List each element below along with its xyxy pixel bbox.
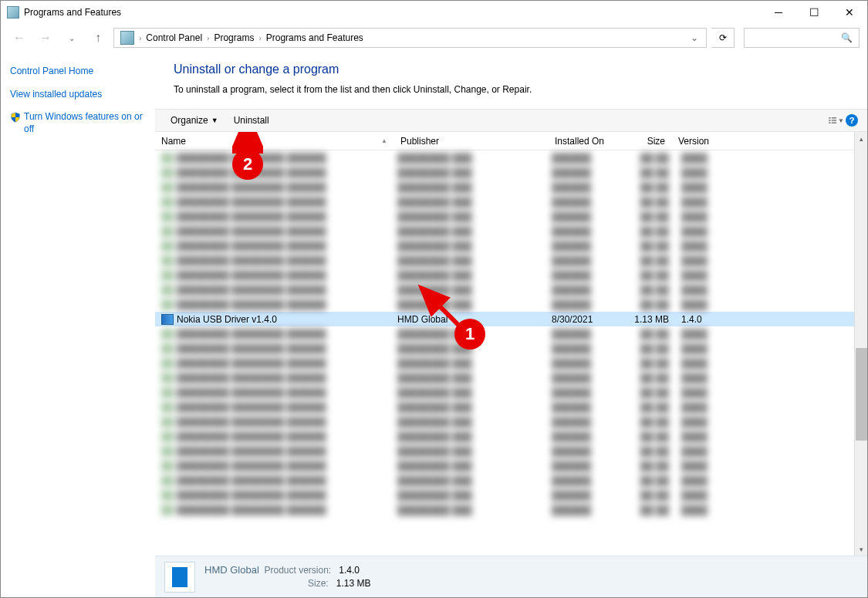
window-title: Programs and Features	[24, 7, 121, 18]
column-size[interactable]: Size	[618, 136, 672, 147]
svg-rect-5	[832, 123, 836, 123]
sidebar: Control Panel Home View installed update…	[1, 52, 155, 597]
details-product-version: 1.4.0	[339, 565, 360, 576]
list-item[interactable]: ████████ ████████ ██████████████ ███████…	[155, 414, 854, 429]
minimize-button[interactable]: ─	[761, 1, 796, 24]
column-headers: Name ▲ Publisher Installed On Size Versi…	[155, 132, 854, 150]
chevron-right-icon: ›	[137, 34, 143, 42]
details-size-label: Size:	[308, 578, 329, 589]
dropdown-icon: ▼	[211, 117, 218, 124]
recent-dropdown[interactable]: ⌄	[61, 27, 83, 49]
list-item[interactable]: ████████ ████████ ██████████████ ███████…	[155, 458, 854, 473]
refresh-button[interactable]: ⟳	[711, 28, 735, 48]
page-description: To uninstall a program, select it from t…	[155, 84, 867, 109]
search-icon: 🔍	[841, 32, 853, 43]
shield-icon	[10, 112, 21, 123]
sidebar-home-link[interactable]: Control Panel Home	[10, 66, 146, 78]
up-button[interactable]: ↑	[87, 27, 109, 49]
chevron-right-icon: ›	[257, 34, 262, 42]
main-content: Uninstall or change a program To uninsta…	[155, 52, 867, 597]
list-item[interactable]: ████████ ████████ ██████████████ ███████…	[155, 400, 854, 414]
vertical-scrollbar[interactable]: ▴ ▾	[854, 132, 867, 556]
back-button[interactable]: ←	[8, 27, 30, 49]
window-titlebar: Programs and Features ─ ☐ ✕	[1, 1, 867, 24]
sidebar-features-link[interactable]: Turn Windows features on or off	[10, 111, 146, 135]
svg-rect-0	[829, 117, 831, 118]
uninstall-button[interactable]: Uninstall	[226, 110, 277, 131]
breadcrumb[interactable]: Programs and Features	[263, 32, 366, 43]
program-size: 1.13 MB	[621, 314, 675, 325]
help-button[interactable]: ?	[844, 113, 860, 128]
list-item[interactable]: ████████ ████████ ██████████████ ███████…	[155, 473, 854, 488]
sidebar-features-label: Turn Windows features on or off	[24, 111, 146, 135]
list-item[interactable]: ████████ ████████ ██████████████ ███████…	[155, 150, 854, 165]
close-button[interactable]: ✕	[832, 1, 867, 24]
details-pane: HMD Global Product version: 1.4.0 Size: …	[155, 556, 867, 597]
forward-button[interactable]: →	[35, 27, 56, 49]
list-item[interactable]: ████████ ████████ ██████████████ ███████…	[155, 326, 854, 341]
list-item[interactable]: ████████ ████████ ██████████████ ███████…	[155, 488, 854, 502]
list-item[interactable]: ████████ ████████ ██████████████ ███████…	[155, 429, 854, 444]
breadcrumb[interactable]: Control Panel	[143, 32, 205, 43]
scroll-up-icon[interactable]: ▴	[855, 132, 867, 145]
program-version: 1.4.0	[675, 314, 854, 325]
search-input[interactable]: 🔍	[744, 28, 860, 48]
list-item[interactable]: ████████ ████████ ██████████████ ███████…	[155, 165, 854, 180]
svg-rect-4	[829, 123, 831, 123]
scrollbar-thumb[interactable]	[856, 348, 867, 441]
control-panel-icon	[120, 31, 134, 45]
program-publisher: HMD Global	[397, 314, 552, 325]
list-item-selected[interactable]: Nokia USB Driver v1.4.0HMD Global8/30/20…	[155, 312, 854, 326]
details-product-version-label: Product version:	[264, 565, 331, 576]
maximize-button[interactable]: ☐	[796, 1, 832, 24]
page-title: Uninstall or change a program	[155, 63, 867, 84]
scroll-down-icon[interactable]: ▾	[855, 542, 867, 556]
program-name: Nokia USB Driver v1.4.0	[177, 314, 397, 325]
list-item[interactable]: ████████ ████████ ██████████████ ███████…	[155, 341, 854, 356]
list-item[interactable]: ████████ ████████ ██████████████ ███████…	[155, 297, 854, 312]
list-item[interactable]: ████████ ████████ ██████████████ ███████…	[155, 444, 854, 458]
list-item[interactable]: ████████ ████████ ██████████████ ███████…	[155, 502, 854, 517]
list-item[interactable]: ████████ ████████ ██████████████ ███████…	[155, 238, 854, 253]
sidebar-updates-link[interactable]: View installed updates	[10, 89, 146, 101]
view-options-button[interactable]: ▼	[829, 113, 844, 128]
column-version[interactable]: Version	[672, 136, 854, 147]
chevron-right-icon: ›	[205, 34, 211, 42]
details-thumbnail	[164, 562, 195, 593]
svg-rect-1	[832, 117, 836, 118]
list-item[interactable]: ████████ ████████ ██████████████ ███████…	[155, 253, 854, 268]
list-item[interactable]: ████████ ████████ ██████████████ ███████…	[155, 282, 854, 297]
list-item[interactable]: ████████ ████████ ██████████████ ███████…	[155, 385, 854, 400]
program-icon	[161, 314, 174, 325]
column-installed-on[interactable]: Installed On	[549, 136, 618, 147]
address-bar[interactable]: › Control Panel › Programs › Programs an…	[113, 28, 707, 48]
organize-button[interactable]: Organize ▼	[163, 110, 226, 131]
list-item[interactable]: ████████ ████████ ██████████████ ███████…	[155, 370, 854, 385]
column-name-label: Name	[161, 136, 186, 147]
program-installed-on: 8/30/2021	[552, 314, 621, 325]
toolbar: Organize ▼ Uninstall ▼ ?	[155, 109, 867, 132]
list-item[interactable]: ████████ ████████ ██████████████ ███████…	[155, 180, 854, 194]
sort-asc-icon: ▲	[381, 137, 387, 144]
programs-list: Name ▲ Publisher Installed On Size Versi…	[155, 132, 854, 556]
details-size: 1.13 MB	[336, 578, 371, 589]
details-publisher: HMD Global	[204, 564, 259, 576]
list-item[interactable]: ████████ ████████ ██████████████ ███████…	[155, 356, 854, 370]
address-dropdown-icon[interactable]: ⌄	[686, 32, 703, 43]
list-item[interactable]: ████████ ████████ ██████████████ ███████…	[155, 268, 854, 282]
nav-bar: ← → ⌄ ↑ › Control Panel › Programs › Pro…	[1, 24, 867, 52]
list-item[interactable]: ████████ ████████ ██████████████ ███████…	[155, 194, 854, 209]
organize-label: Organize	[171, 115, 208, 126]
app-icon	[7, 6, 19, 19]
svg-rect-3	[832, 120, 836, 120]
list-item[interactable]: ████████ ████████ ██████████████ ███████…	[155, 224, 854, 238]
svg-rect-2	[829, 120, 831, 120]
column-publisher[interactable]: Publisher	[394, 136, 549, 147]
column-name[interactable]: Name ▲	[155, 136, 394, 147]
breadcrumb[interactable]: Programs	[211, 32, 257, 43]
list-item[interactable]: ████████ ████████ ██████████████ ███████…	[155, 209, 854, 224]
